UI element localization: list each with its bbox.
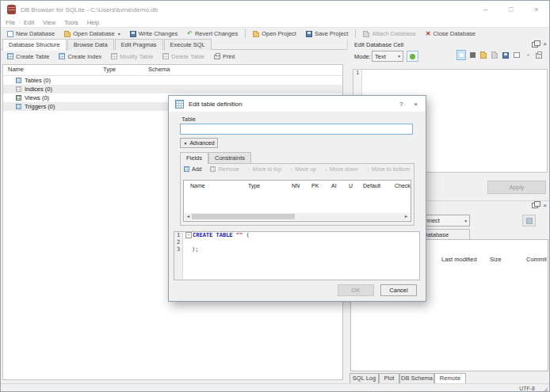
fields-grid[interactable]: Name Type NN PK AI U Default Check ◄ ► <box>183 180 411 222</box>
export-cell-button[interactable] <box>490 50 499 60</box>
tab-edit-pragmas[interactable]: Edit Pragmas <box>115 39 163 50</box>
print-cell-button[interactable] <box>534 50 544 60</box>
create-index-button[interactable]: Create Index <box>54 51 106 63</box>
import-cell-button[interactable] <box>479 50 488 60</box>
tab-execute-sql[interactable]: Execute SQL <box>164 39 212 50</box>
fold-marker-icon[interactable]: − <box>185 232 192 238</box>
scrollbar-thumb[interactable] <box>192 214 295 219</box>
float-panel-icon[interactable] <box>532 42 538 48</box>
line-number: 2 <box>174 239 182 246</box>
save-cell-button[interactable] <box>501 50 510 60</box>
tree-item-label: Triggers (0) <box>25 103 55 110</box>
fields-toolbar: Add Remove ↑ Move to top ↑ Move up ↓ Mov… <box>184 166 410 172</box>
close-database-button[interactable]: ✕ Close Database <box>421 28 480 40</box>
move-to-top-label: Move to top <box>253 166 282 172</box>
cancel-button[interactable]: Cancel <box>380 284 417 296</box>
move-to-bottom-label: Move to bottom <box>372 166 410 172</box>
save-icon <box>502 52 509 59</box>
app-window: DB Browser for SQLite - C:\Users\turne\d… <box>0 0 550 392</box>
remote-column-size[interactable]: Size <box>490 256 502 263</box>
move-up-label: Move up <box>295 166 316 172</box>
move-to-top-button: ↑ Move to top <box>248 166 282 172</box>
tree-item-indices[interactable]: Indices (0) <box>3 85 342 93</box>
window-title: DB Browser for SQLite - C:\Users\turne\d… <box>21 6 158 13</box>
open-project-button[interactable]: Open Project <box>248 28 301 40</box>
revert-changes-button[interactable]: ↶ Revert Changes <box>182 28 243 40</box>
tree-column-type[interactable]: Type <box>103 66 116 73</box>
grid-column-type[interactable]: Type <box>248 183 260 188</box>
tree-item-label: Views (0) <box>25 94 49 101</box>
scroll-left-icon[interactable]: ◄ <box>185 213 192 220</box>
grid-column-pk[interactable]: PK <box>311 183 319 188</box>
advanced-toggle-button[interactable]: ▼ Advanced <box>180 138 218 148</box>
menu-view[interactable]: View <box>43 19 55 26</box>
set-null-button[interactable] <box>456 50 466 60</box>
dock-tab-db-schema[interactable]: DB Schema <box>399 373 434 384</box>
print-button[interactable]: Print <box>209 51 239 63</box>
menu-tools[interactable]: Tools <box>64 19 78 26</box>
create-table-icon <box>7 53 13 59</box>
menu-edit[interactable]: Edit <box>24 19 34 26</box>
toolbar-separator <box>245 29 246 38</box>
open-in-window-button[interactable] <box>512 50 521 60</box>
dock-tab-plot[interactable]: Plot <box>379 373 399 384</box>
dock-tab-sql-log[interactable]: SQL Log <box>349 373 379 384</box>
chevron-down-icon: ▼ <box>183 141 187 146</box>
tab-database-structure[interactable]: Database Structure <box>2 39 67 51</box>
new-database-button[interactable]: New Database <box>2 28 59 40</box>
auto-mode-button[interactable] <box>407 51 418 62</box>
add-field-icon <box>184 166 189 172</box>
sql-gutter: 1 2 3 <box>174 232 183 280</box>
grid-column-check[interactable]: Check <box>395 183 411 188</box>
remote-column-last-modified[interactable]: Last modified <box>441 256 477 263</box>
binary-view-button[interactable] <box>468 50 477 60</box>
float-panel-icon[interactable] <box>532 203 538 208</box>
tree-item-tables[interactable]: Tables (0) <box>3 76 342 85</box>
open-database-button[interactable]: Open Database ▾ <box>59 28 125 40</box>
close-database-label: Close Database <box>434 30 476 37</box>
menu-help[interactable]: Help <box>87 19 99 26</box>
attach-database-label: Attach Database <box>372 30 415 37</box>
tree-column-name[interactable]: Name <box>8 66 24 73</box>
dialog-tab-fields[interactable]: Fields <box>180 152 208 164</box>
dialog-help-button[interactable]: ? <box>399 101 403 108</box>
dock-tab-remote[interactable]: Remote <box>434 373 466 384</box>
tree-column-schema[interactable]: Schema <box>148 66 170 73</box>
dialog-tab-constraints[interactable]: Constraints <box>208 152 251 163</box>
create-table-button[interactable]: Create Table <box>2 51 54 63</box>
minimize-button[interactable]: – <box>473 1 498 18</box>
menu-file[interactable]: File <box>6 19 15 26</box>
chevron-down-icon: ▾ <box>464 219 467 223</box>
grid-column-name[interactable]: Name <box>190 183 205 188</box>
grid-column-nn[interactable]: NN <box>292 183 300 188</box>
maximize-button[interactable]: □ <box>498 1 524 18</box>
tab-browse-data[interactable]: Browse Data <box>67 39 114 50</box>
move-down-button: ↓ Move down <box>325 166 358 172</box>
encoding-indicator[interactable]: UTF-8 <box>519 386 535 391</box>
dialog-close-button[interactable]: × <box>414 101 418 108</box>
grid-column-ai[interactable]: AI <box>331 183 337 188</box>
open-database-dropdown-arrow[interactable]: ▾ <box>118 31 120 36</box>
sql-text: ); <box>185 246 198 253</box>
mode-select[interactable]: Text ▾ <box>372 51 403 62</box>
close-button[interactable]: × <box>524 1 549 18</box>
write-changes-icon <box>130 31 136 37</box>
remove-field-label: Remove <box>218 166 239 172</box>
remote-reload-button <box>522 215 536 226</box>
grid-column-u[interactable]: U <box>349 183 353 188</box>
export-icon <box>491 53 498 59</box>
null-icon <box>459 52 464 58</box>
resize-grip[interactable] <box>543 387 548 392</box>
close-panel-icon[interactable]: × <box>543 41 547 48</box>
horizontal-scrollbar[interactable]: ◄ ► <box>185 213 410 220</box>
scroll-right-icon[interactable]: ► <box>403 213 410 220</box>
line-number: 1 <box>174 232 182 239</box>
save-project-button[interactable]: Save Project <box>301 28 353 40</box>
grid-column-default[interactable]: Default <box>363 183 380 188</box>
table-name-input[interactable] <box>180 124 413 135</box>
add-field-button[interactable]: Add <box>184 166 201 172</box>
write-changes-button[interactable]: Write Changes <box>125 28 182 40</box>
close-panel-icon[interactable]: × <box>543 203 547 209</box>
attach-database-button: Attach Database <box>358 28 420 40</box>
remote-column-commit[interactable]: Commit <box>526 256 547 263</box>
